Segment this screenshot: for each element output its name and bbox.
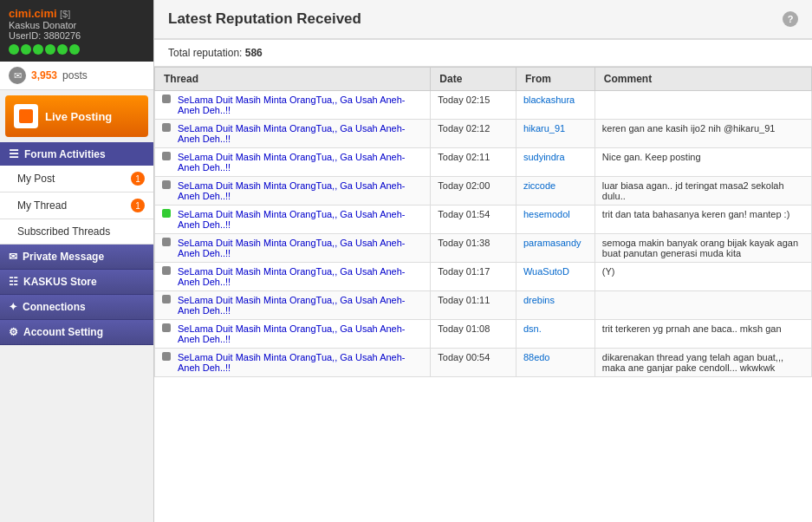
from-cell: dsn.: [516, 320, 594, 349]
posts-bar: ✉ 3,953 posts: [0, 62, 153, 90]
date-cell: Today 00:54: [431, 349, 516, 377]
sidebar-item-my-post[interactable]: My Post 1: [0, 166, 153, 192]
star-6: [69, 44, 80, 55]
cart-icon: ☷: [9, 276, 18, 288]
live-icon-inner: [19, 109, 33, 123]
thread-cell: SeLama Duit Masih Minta OrangTua,, Ga Us…: [155, 263, 431, 291]
rep-dot: [162, 95, 171, 103]
user-panel: cimi.cimi [$] Kaskus Donator UserID: 388…: [0, 0, 153, 62]
thread-link[interactable]: SeLama Duit Masih Minta OrangTua,, Ga Us…: [178, 152, 423, 173]
rep-dot: [162, 238, 171, 246]
forum-activities-header: ☰ Forum Activities: [0, 142, 153, 166]
from-link[interactable]: WuaSutoD: [523, 266, 569, 277]
chat-icon: ✉: [9, 67, 26, 84]
thread-link[interactable]: SeLama Duit Masih Minta OrangTua,, Ga Us…: [178, 238, 423, 258]
my-thread-label: My Thread: [17, 199, 67, 212]
table-row: SeLama Duit Masih Minta OrangTua,, Ga Us…: [155, 349, 812, 377]
rep-dot: [162, 323, 171, 332]
comment-cell: trit terkeren yg prnah ane baca.. mksh g…: [594, 320, 811, 349]
col-comment: Comment: [594, 68, 811, 91]
from-cell: paramasandy: [516, 234, 594, 263]
date-cell: Today 01:38: [431, 234, 516, 263]
live-posting-label: Live Posting: [45, 110, 112, 123]
date-cell: Today 02:15: [431, 91, 516, 120]
rep-dot: [162, 295, 171, 303]
total-reputation-label: Total reputation:: [168, 47, 242, 59]
page-title: Latest Reputation Received: [168, 10, 361, 28]
help-icon[interactable]: ?: [783, 11, 798, 27]
from-cell: hikaru_91: [516, 120, 594, 148]
comment-cell: dikarenakan thread yang telah agan buat,…: [594, 349, 811, 377]
sidebar-item-subscribed-threads[interactable]: Subscribed Threads: [0, 219, 153, 245]
from-link[interactable]: drebins: [523, 295, 555, 305]
date-cell: Today 01:08: [431, 320, 516, 349]
date-cell: Today 01:17: [431, 263, 516, 291]
user-name: cimi.cimi [$]: [9, 7, 145, 20]
comment-cell: trit dan tata bahasanya keren gan! mante…: [594, 206, 811, 234]
forum-icon: ☰: [9, 147, 19, 160]
table-row: SeLama Duit Masih Minta OrangTua,, Ga Us…: [155, 177, 812, 206]
main-content: Latest Reputation Received ? Total reput…: [154, 0, 812, 522]
from-link[interactable]: hikaru_91: [523, 123, 565, 134]
from-cell: drebins: [516, 291, 594, 320]
rep-dot: [162, 180, 171, 189]
table-header-row: Thread Date From Comment: [155, 68, 812, 91]
from-cell: hesemodol: [516, 206, 594, 234]
from-link[interactable]: blackashura: [523, 95, 575, 105]
rep-dot: [162, 352, 171, 361]
sidebar-item-private-message[interactable]: ✉ Private Message: [0, 245, 153, 270]
thread-link[interactable]: SeLama Duit Masih Minta OrangTua,, Ga Us…: [178, 209, 423, 230]
thread-link[interactable]: SeLama Duit Masih Minta OrangTua,, Ga Us…: [178, 266, 423, 287]
user-id: UserID: 3880276: [9, 30, 145, 41]
comment-cell: [594, 291, 811, 320]
thread-link[interactable]: SeLama Duit Masih Minta OrangTua,, Ga Us…: [178, 352, 423, 373]
sidebar-item-kaskus-store[interactable]: ☷ KASKUS Store: [0, 270, 153, 295]
thread-link[interactable]: SeLama Duit Masih Minta OrangTua,, Ga Us…: [178, 295, 423, 316]
thread-link[interactable]: SeLama Duit Masih Minta OrangTua,, Ga Us…: [178, 323, 423, 344]
user-role: Kaskus Donator: [9, 20, 145, 30]
from-link[interactable]: hesemodol: [523, 209, 570, 219]
comment-cell: luar biasa agan.. jd teringat masa2 seko…: [594, 177, 811, 206]
from-link[interactable]: 88edo: [523, 352, 550, 362]
table-row: SeLama Duit Masih Minta OrangTua,, Ga Us…: [155, 91, 812, 120]
from-link[interactable]: dsn.: [523, 323, 542, 334]
table-row: SeLama Duit Masih Minta OrangTua,, Ga Us…: [155, 320, 812, 349]
forum-activities-label: Forum Activities: [24, 148, 106, 160]
thread-cell: SeLama Duit Masih Minta OrangTua,, Ga Us…: [155, 91, 431, 120]
sidebar-item-account-setting[interactable]: ⚙ Account Setting: [0, 320, 153, 345]
envelope-icon: ✉: [9, 251, 17, 263]
table-row: SeLama Duit Masih Minta OrangTua,, Ga Us…: [155, 206, 812, 234]
comment-cell: (Y): [594, 263, 811, 291]
date-cell: Today 02:11: [431, 148, 516, 177]
from-link[interactable]: sudyindra: [523, 152, 565, 162]
live-posting-icon: [14, 104, 38, 128]
thread-cell: SeLama Duit Masih Minta OrangTua,, Ga Us…: [155, 206, 431, 234]
thread-link[interactable]: SeLama Duit Masih Minta OrangTua,, Ga Us…: [178, 123, 423, 144]
col-thread: Thread: [155, 68, 431, 91]
sidebar: cimi.cimi [$] Kaskus Donator UserID: 388…: [0, 0, 154, 522]
reputation-table-body: SeLama Duit Masih Minta OrangTua,, Ga Us…: [155, 91, 812, 377]
from-link[interactable]: ziccode: [523, 180, 555, 191]
comment-cell: keren gan ane kasih ijo2 nih @hikaru_91: [594, 120, 811, 148]
thread-cell: SeLama Duit Masih Minta OrangTua,, Ga Us…: [155, 148, 431, 177]
date-cell: Today 02:00: [431, 177, 516, 206]
user-stars: [9, 44, 145, 55]
comment-cell: Nice gan. Keep posting: [594, 148, 811, 177]
table-row: SeLama Duit Masih Minta OrangTua,, Ga Us…: [155, 263, 812, 291]
sidebar-item-connections[interactable]: ✦ Connections: [0, 295, 153, 320]
from-link[interactable]: paramasandy: [523, 238, 581, 248]
thread-cell: SeLama Duit Masih Minta OrangTua,, Ga Us…: [155, 291, 431, 320]
reputation-table: Thread Date From Comment SeLama Duit Mas…: [154, 67, 812, 377]
table-row: SeLama Duit Masih Minta OrangTua,, Ga Us…: [155, 120, 812, 148]
thread-cell: SeLama Duit Masih Minta OrangTua,, Ga Us…: [155, 234, 431, 263]
kaskus-store-label: KASKUS Store: [23, 276, 97, 288]
comment-cell: semoga makin banyak orang bijak kayak ag…: [594, 234, 811, 263]
from-cell: 88edo: [516, 349, 594, 377]
live-posting-button[interactable]: Live Posting: [5, 95, 148, 137]
thread-link[interactable]: SeLama Duit Masih Minta OrangTua,, Ga Us…: [178, 95, 423, 115]
rep-dot: [162, 266, 171, 275]
total-reputation-value: 586: [245, 47, 263, 59]
sidebar-item-my-thread[interactable]: My Thread 1: [0, 192, 153, 219]
from-cell: blackashura: [516, 91, 594, 120]
thread-link[interactable]: SeLama Duit Masih Minta OrangTua,, Ga Us…: [178, 180, 423, 201]
